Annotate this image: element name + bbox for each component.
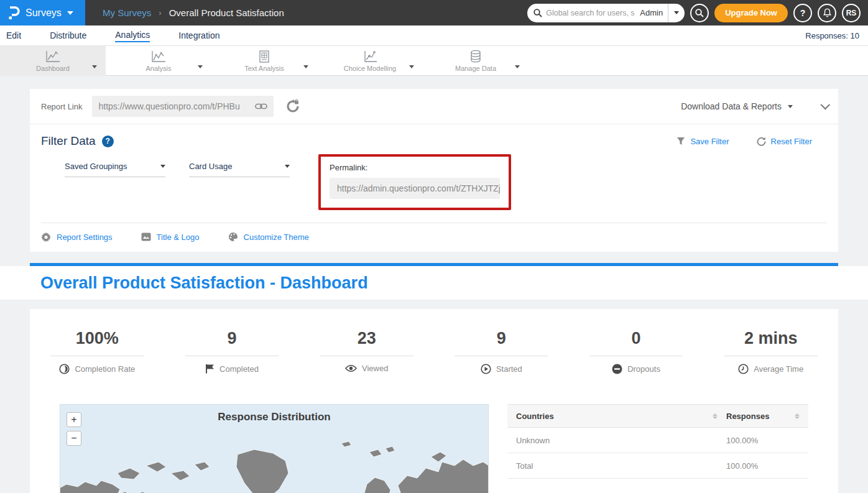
countries-column-header[interactable]: Countries xyxy=(516,412,554,421)
title-logo-button[interactable]: Title & Logo xyxy=(141,233,200,242)
questionpro-logo-icon xyxy=(7,6,20,21)
stat-value: 2 mins xyxy=(703,329,838,348)
image-icon xyxy=(141,233,151,241)
upgrade-now-button[interactable]: Upgrade Now xyxy=(714,4,788,22)
tab-analysis-menu[interactable] xyxy=(198,60,203,71)
search-button[interactable] xyxy=(690,4,709,22)
permalink-field[interactable]: https://admin.questionpro.com/t/ZTHXJTZj xyxy=(330,178,500,199)
country-cell: Total xyxy=(516,461,718,471)
stat-value: 9 xyxy=(165,329,300,348)
product-menu-label: Surveys xyxy=(25,7,62,19)
saved-groupings-label: Saved Groupings xyxy=(65,162,127,171)
map-table-row: Response Distribution + − xyxy=(30,404,838,493)
text-document-icon xyxy=(257,50,271,63)
palette-icon xyxy=(228,232,238,242)
gear-icon xyxy=(41,232,51,242)
report-controls-card: Report Link https://www.questionpro.com/… xyxy=(30,89,838,252)
chevron-down-icon xyxy=(409,65,414,68)
notifications-button[interactable] xyxy=(818,4,836,22)
divider xyxy=(185,356,279,356)
secure-link-icon[interactable] xyxy=(286,99,300,113)
global-search-input[interactable] xyxy=(546,9,635,17)
surveys-product-menu[interactable]: Surveys xyxy=(0,0,85,25)
stat-value: 23 xyxy=(299,329,434,348)
survey-nav: Edit Distribute Analytics Integration Re… xyxy=(0,25,868,46)
stat-label: Viewed xyxy=(362,364,388,373)
report-link-url: https://www.questionpro.com/t/PHBu xyxy=(98,101,255,111)
chevron-down-icon xyxy=(515,65,520,68)
breadcrumb-separator: › xyxy=(159,8,161,17)
chevron-down-icon xyxy=(303,65,308,68)
divider xyxy=(455,356,548,356)
funnel-icon xyxy=(676,137,685,145)
customize-theme-button[interactable]: Customize Theme xyxy=(228,232,309,242)
nav-edit[interactable]: Edit xyxy=(6,29,21,42)
tab-text-analysis[interactable]: Text Analysis xyxy=(211,46,317,76)
sort-icon[interactable] xyxy=(795,413,800,419)
minus-circle-icon xyxy=(612,364,622,374)
countries-table-header: Countries Responses xyxy=(507,404,808,428)
tab-choice-modelling-menu[interactable] xyxy=(409,60,414,71)
card-usage-select[interactable]: Card Usage xyxy=(189,162,290,177)
search-icon xyxy=(695,9,704,17)
stat-label: Average Time xyxy=(754,364,803,374)
table-row: Total 100.00% xyxy=(507,453,808,479)
chevron-down-icon xyxy=(160,165,165,168)
responses-cell: 100.00% xyxy=(726,461,800,471)
tab-manage-data-menu[interactable] xyxy=(515,60,520,71)
report-link-field[interactable]: https://www.questionpro.com/t/PHBu xyxy=(92,96,274,117)
topbar-actions: Admin Upgrade Now ? RS xyxy=(527,4,868,22)
world-map-graphic xyxy=(60,432,489,493)
sort-icon[interactable] xyxy=(713,413,718,419)
chevron-down-icon xyxy=(67,11,73,15)
chevron-down-icon xyxy=(198,65,203,68)
collapse-panel-chevron[interactable] xyxy=(821,99,831,109)
saved-groupings-select[interactable]: Saved Groupings xyxy=(65,162,165,177)
response-distribution-map[interactable]: Response Distribution + − xyxy=(60,404,489,493)
filter-section: Filter Data ? Save Filter Res xyxy=(30,124,838,223)
permalink-annotation-box: Permalink: https://admin.questionpro.com… xyxy=(318,154,511,210)
tab-text-analysis-menu[interactable] xyxy=(303,60,308,71)
analytics-tab-bar: Dashboard Analysis Text Analysis xyxy=(0,46,868,76)
tab-manage-data[interactable]: Manage Data xyxy=(423,46,529,76)
help-button[interactable]: ? xyxy=(793,4,812,22)
eye-icon xyxy=(345,364,357,372)
tab-choice-modelling[interactable]: Choice Modelling xyxy=(317,46,423,76)
search-scope-dropdown[interactable] xyxy=(668,4,685,22)
stat-dropouts: 0 Dropouts xyxy=(569,329,704,374)
breadcrumb-my-surveys[interactable]: My Surveys xyxy=(103,7,151,18)
card-usage-label: Card Usage xyxy=(189,162,232,171)
map-title: Response Distribution xyxy=(60,411,488,423)
download-data-reports-dropdown[interactable]: Download Data & Reports xyxy=(681,101,793,111)
stat-average-time: 2 mins Average Time xyxy=(703,329,838,374)
tab-label: Dashboard xyxy=(36,65,70,72)
title-logo-label: Title & Logo xyxy=(157,233,200,242)
stats-row: 100% Completion Rate 9 xyxy=(30,329,838,374)
tab-dashboard[interactable]: Dashboard xyxy=(0,46,106,76)
database-icon xyxy=(469,50,482,63)
nav-integration[interactable]: Integration xyxy=(178,29,219,42)
nav-analytics[interactable]: Analytics xyxy=(115,29,150,42)
reset-filter-button[interactable]: Reset Filter xyxy=(757,137,812,146)
tab-label: Analysis xyxy=(146,65,172,72)
tab-dashboard-menu[interactable] xyxy=(92,60,97,71)
report-link-label: Report Link xyxy=(41,102,82,111)
stat-viewed: 23 Viewed xyxy=(299,329,434,374)
responses-count: Responses: 10 xyxy=(805,31,868,40)
bell-icon xyxy=(823,8,832,17)
user-avatar[interactable]: RS xyxy=(842,4,861,22)
tab-label: Text Analysis xyxy=(244,65,284,72)
save-filter-label: Save Filter xyxy=(690,137,729,146)
stat-started: 9 Started xyxy=(434,329,569,374)
filter-data-title: Filter Data xyxy=(41,134,96,148)
search-icon xyxy=(533,9,542,17)
report-settings-button[interactable]: Report Settings xyxy=(41,232,113,242)
responses-column-header[interactable]: Responses xyxy=(726,412,769,421)
save-filter-button[interactable]: Save Filter xyxy=(676,137,729,146)
tab-analysis[interactable]: Analysis xyxy=(106,46,211,76)
filter-help-icon[interactable]: ? xyxy=(102,136,114,147)
nav-distribute[interactable]: Distribute xyxy=(50,29,86,42)
stat-value: 100% xyxy=(30,329,165,348)
map-zoom-in-button[interactable]: + xyxy=(67,412,81,427)
divider xyxy=(724,356,818,356)
